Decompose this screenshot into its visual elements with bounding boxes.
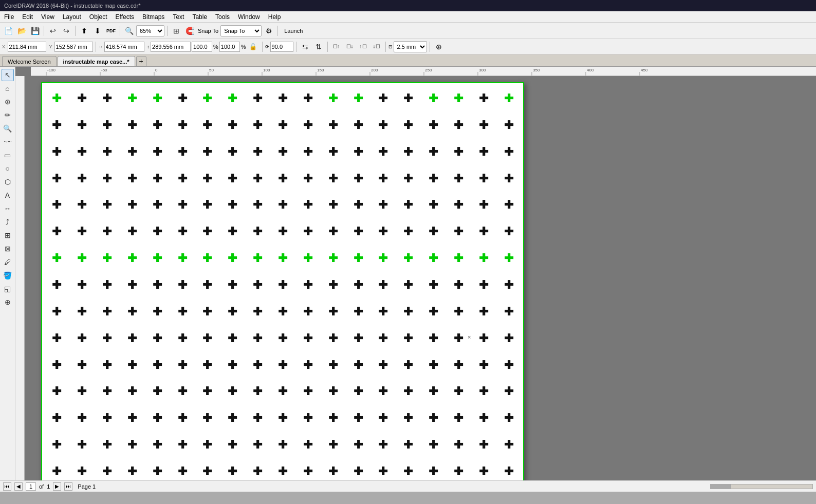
cross-cell-1-18: ✚ [496, 120, 521, 131]
cross-cell-6-12: ✚ [345, 253, 370, 264]
cross-cell-11-3: ✚ [120, 386, 145, 397]
zoom-canvas-button[interactable]: ⊕ [433, 41, 445, 53]
eyedropper-tool[interactable]: 🖊 [2, 256, 14, 268]
cross-cell-14-4: ✚ [144, 466, 170, 477]
cross-cell-13-18: ✚ [496, 439, 521, 451]
arrange-button3[interactable]: ↑☐ [357, 41, 369, 53]
page-last-button[interactable]: ⏭ [64, 482, 72, 491]
shadow-tool[interactable]: ◱ [2, 283, 14, 295]
arrange-button4[interactable]: ↓☐ [370, 41, 383, 53]
table-tool[interactable]: ⊞ [2, 229, 14, 241]
rectangle-tool[interactable]: ▭ [2, 149, 14, 161]
page-prev-button[interactable]: ◀ [14, 482, 23, 491]
lock-ratio-button[interactable]: 🔓 [247, 41, 259, 53]
tab-document[interactable]: instructable map case...* [58, 56, 135, 66]
open-button[interactable]: 📂 [15, 25, 28, 37]
cross-cell-10-7: ✚ [220, 360, 245, 371]
page-next-button[interactable]: ▶ [53, 482, 61, 491]
menu-item-text[interactable]: Text [169, 12, 188, 22]
export-button[interactable]: ⬇ [91, 25, 104, 37]
size-dropdown[interactable]: 2.5 mm [394, 41, 427, 52]
tab-add-button[interactable]: + [136, 56, 146, 66]
cross-cell-6-1: ✚ [69, 253, 95, 264]
launch-button[interactable]: Launch [281, 25, 306, 37]
text-tool[interactable]: A [2, 189, 14, 201]
mirror-h-button[interactable]: ⇆ [299, 41, 311, 53]
redo-button[interactable]: ↪ [60, 25, 72, 37]
cross-cell-5-11: ✚ [320, 226, 345, 237]
connector-tool[interactable]: ⤴ [2, 216, 14, 228]
cross-cell-3-9: ✚ [270, 173, 295, 184]
menu-item-tools[interactable]: Tools [211, 12, 234, 22]
page-first-button[interactable]: ⏮ [3, 482, 11, 491]
zoom-dropdown[interactable]: 65% 50% 75% 100% [136, 25, 164, 36]
pdf-button[interactable]: PDF [105, 25, 117, 37]
x-field[interactable] [8, 42, 46, 52]
cross-cell-11-11: ✚ [320, 386, 345, 397]
menu-item-bitmaps[interactable]: Bitmaps [138, 12, 169, 22]
mirror-v-button[interactable]: ⇅ [312, 41, 325, 53]
cross-cell-6-0: ✚ [44, 253, 69, 264]
pct2-field[interactable] [219, 42, 240, 52]
cross-cell-0-2: ✚ [95, 93, 120, 104]
cross-cell-3-18: ✚ [496, 173, 521, 184]
cross-cell-2-13: ✚ [370, 146, 396, 158]
scrollbar-h-thumb[interactable] [711, 484, 731, 489]
arrange-button2[interactable]: ☐↓ [344, 41, 356, 53]
cross-cell-13-14: ✚ [396, 439, 421, 451]
page-number-input[interactable] [26, 482, 36, 491]
cross-cell-5-4: ✚ [144, 226, 170, 237]
home-tool[interactable]: ⌂ [2, 82, 14, 95]
freehand-tool[interactable]: ✏ [2, 109, 14, 121]
snap-dropdown[interactable]: Snap To [220, 25, 262, 36]
cross-cell-10-10: ✚ [295, 360, 320, 371]
menu-item-table[interactable]: Table [188, 12, 211, 22]
cross-cell-6-8: ✚ [245, 253, 270, 264]
menu-item-file[interactable]: File [0, 12, 18, 22]
pct1-field[interactable] [192, 42, 212, 52]
new-button[interactable]: 📄 [2, 25, 14, 37]
fill-tool[interactable]: 🪣 [2, 269, 14, 282]
select-tool[interactable]: ↖ [2, 69, 14, 81]
menu-item-help[interactable]: Help [264, 12, 285, 22]
cross-cell-13-3: ✚ [120, 439, 145, 451]
menu-item-edit[interactable]: Edit [18, 12, 37, 22]
menu-item-effects[interactable]: Effects [112, 12, 138, 22]
save-button[interactable]: 💾 [29, 25, 41, 37]
import-button[interactable]: ⬆ [78, 25, 90, 37]
options-button[interactable]: ⚙ [263, 25, 275, 37]
zoom-in-button[interactable]: 🔍 [123, 25, 135, 37]
add-tool[interactable]: ⊕ [2, 296, 14, 308]
dimension-tool[interactable]: ↔ [2, 202, 14, 215]
menu-item-layout[interactable]: Layout [59, 12, 85, 22]
freeform-tool[interactable]: 〰 [2, 136, 14, 148]
cross-cell-4-15: ✚ [421, 199, 446, 211]
w-field[interactable] [104, 42, 144, 52]
cross-cell-0-15: ✚ [421, 93, 446, 104]
menu-item-object[interactable]: Object [85, 12, 112, 22]
angle-field[interactable] [270, 42, 293, 52]
h-field[interactable] [151, 42, 191, 52]
cross-cell-12-15: ✚ [421, 413, 446, 424]
grid-button[interactable]: ⊞ [170, 25, 182, 37]
ellipse-tool[interactable]: ○ [2, 162, 14, 175]
y-field[interactable] [54, 42, 93, 52]
menu-item-window[interactable]: Window [234, 12, 264, 22]
cross-cell-7-18: ✚ [496, 279, 521, 291]
scrollbar-h-track[interactable] [710, 484, 813, 489]
polygon-tool[interactable]: ⬡ [2, 176, 14, 188]
snap-button[interactable]: 🧲 [183, 25, 196, 37]
cross-cell-1-7: ✚ [220, 120, 245, 131]
cross-cell-9-7: ✚ [220, 333, 245, 344]
arrange-button1[interactable]: ☐↑ [330, 41, 343, 53]
cross-cell-6-4: ✚ [144, 253, 170, 264]
pattern-tool[interactable]: ⊠ [2, 242, 14, 255]
transform-tool[interactable]: ⊕ [2, 96, 14, 108]
zoom-tool[interactable]: 🔍 [2, 122, 14, 135]
cross-cell-4-18: ✚ [496, 199, 521, 211]
cross-cell-12-14: ✚ [396, 413, 421, 424]
undo-button[interactable]: ↩ [47, 25, 59, 37]
cross-cell-8-17: ✚ [471, 306, 496, 318]
menu-item-view[interactable]: View [37, 12, 59, 22]
tab-welcome[interactable]: Welcome Screen [2, 56, 57, 66]
